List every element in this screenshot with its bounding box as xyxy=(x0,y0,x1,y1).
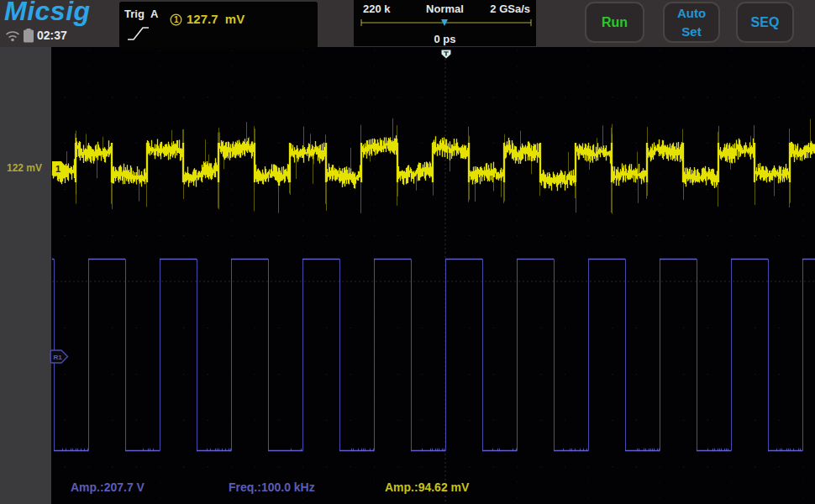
svg-text:R1: R1 xyxy=(53,354,62,361)
svg-text:1: 1 xyxy=(55,164,60,174)
svg-text:1: 1 xyxy=(174,15,179,24)
